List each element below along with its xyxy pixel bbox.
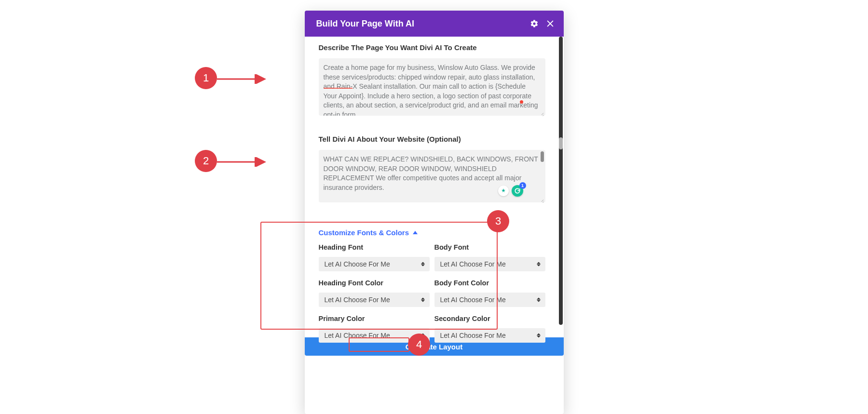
body-font-value: Let AI Choose For Me [440, 260, 506, 268]
textarea-scrollbar[interactable] [541, 151, 544, 162]
annotation-badge-3: 3 [487, 210, 509, 232]
spellcheck-underline [324, 88, 353, 89]
grammarly-icon[interactable]: 1 [512, 185, 523, 197]
annotation-badge-2: 2 [195, 150, 217, 172]
body-font-color-value: Let AI Choose For Me [440, 296, 506, 304]
annotation-badge-4: 4 [408, 334, 430, 356]
customize-fonts-colors-toggle[interactable]: Customize Fonts & Colors [319, 228, 550, 237]
heading-font-color-value: Let AI Choose For Me [325, 296, 390, 304]
primary-color-label: Primary Color [319, 315, 430, 322]
fonts-colors-grid: Heading Font Let AI Choose For Me Body F… [319, 243, 550, 350]
tell-about-label: Tell Divi AI About Your Website (Optiona… [319, 135, 550, 143]
grammar-badges: 1 [498, 185, 523, 197]
select-chevrons-icon [537, 298, 541, 302]
heading-font-select[interactable]: Let AI Choose For Me [319, 257, 430, 271]
annotation-badge-1: 1 [195, 67, 217, 89]
body-font-select[interactable]: Let AI Choose For Me [434, 257, 545, 271]
primary-color-value: Let AI Choose For Me [325, 332, 390, 339]
scrollbar-track[interactable] [559, 37, 563, 325]
error-indicator-icon [520, 100, 523, 104]
resize-handle-icon[interactable] [540, 112, 544, 117]
scrollbar-thumb[interactable] [559, 137, 563, 149]
assistant-badge-icon[interactable] [498, 186, 509, 196]
describe-page-label: Describe The Page You Want Divi AI To Cr… [319, 43, 550, 52]
grammarly-count-badge: 1 [519, 182, 526, 189]
heading-font-color-label: Heading Font Color [319, 279, 430, 287]
chevron-up-icon [413, 231, 418, 234]
modal-header: Build Your Page With AI [305, 11, 564, 37]
select-chevrons-icon [537, 334, 541, 338]
header-actions [530, 19, 554, 28]
secondary-color-select[interactable]: Let AI Choose For Me [434, 328, 545, 343]
secondary-color-value: Let AI Choose For Me [440, 332, 506, 339]
describe-page-wrapper [319, 58, 545, 118]
heading-font-label: Heading Font [319, 243, 430, 251]
select-chevrons-icon [421, 298, 425, 302]
select-chevrons-icon [421, 262, 425, 267]
heading-font-color-select[interactable]: Let AI Choose For Me [319, 293, 430, 307]
body-font-color-label: Body Font Color [434, 279, 545, 287]
describe-page-textarea[interactable] [319, 58, 545, 116]
ai-build-modal: Build Your Page With AI Describe The Pag… [305, 11, 564, 414]
body-font-color-select[interactable]: Let AI Choose For Me [434, 293, 545, 307]
annotation-arrow-1 [215, 74, 268, 84]
customize-link-label: Customize Fonts & Colors [319, 228, 409, 237]
annotation-arrow-2 [215, 157, 268, 167]
tell-about-wrapper: 1 [319, 150, 545, 204]
body-font-label: Body Font [434, 243, 545, 251]
close-icon[interactable] [546, 20, 554, 27]
select-chevrons-icon [537, 262, 541, 267]
modal-body: Describe The Page You Want Divi AI To Cr… [305, 37, 564, 337]
modal-title: Build Your Page With AI [316, 19, 415, 29]
heading-font-value: Let AI Choose For Me [325, 260, 390, 268]
resize-handle-icon[interactable] [540, 199, 544, 203]
secondary-color-label: Secondary Color [434, 315, 545, 322]
settings-icon[interactable] [530, 19, 539, 28]
